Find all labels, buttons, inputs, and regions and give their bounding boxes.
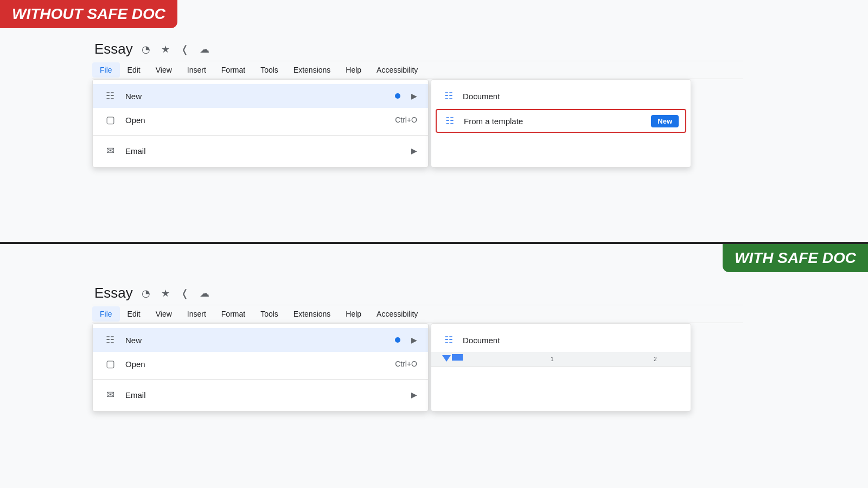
email-icon: ✉	[104, 144, 117, 157]
ruler: 1 2	[431, 352, 691, 367]
top-menu-bar: File Edit View Insert Format Tools Exten…	[92, 61, 743, 79]
bottom-dropdown-area: ☷ New ▶ ▢ Open Ctrl+O ✉ Email ▶	[92, 323, 743, 412]
top-submenu-template[interactable]: ☷ From a template New	[436, 109, 686, 133]
menu-file-top[interactable]: File	[92, 62, 120, 78]
new-arrow-2: ▶	[411, 336, 417, 344]
menu-insert-bottom[interactable]: Insert	[180, 306, 214, 322]
menu-format-bottom[interactable]: Format	[214, 306, 253, 322]
email-label: Email	[125, 146, 403, 156]
document-label: Document	[463, 92, 500, 101]
new-blue-dot-2	[395, 337, 400, 343]
bottom-doc-title: Essay	[94, 285, 133, 301]
cloud-icon-2[interactable]: ☁	[198, 287, 211, 300]
bottom-file-dropdown: ☷ New ▶ ▢ Open Ctrl+O ✉ Email ▶	[92, 323, 429, 412]
menu-file-bottom[interactable]: File	[92, 306, 120, 322]
top-file-email[interactable]: ✉ Email ▶	[93, 139, 428, 163]
star-icon-2[interactable]: ★	[159, 287, 172, 300]
menu-tools-bottom[interactable]: Tools	[253, 306, 286, 322]
menu-tools-top[interactable]: Tools	[253, 62, 286, 78]
ruler-left-triangle	[442, 355, 451, 362]
template-label: From a template	[464, 117, 523, 126]
menu-help-bottom[interactable]: Help	[338, 306, 369, 322]
open-shortcut: Ctrl+O	[395, 115, 417, 124]
top-dropdown-area: ☷ New ▶ ▢ Open Ctrl+O ✉ Email ▶	[92, 79, 743, 168]
top-docs-ui: Essay ◔ ★ ❬ ☁ File Edit View Insert Form…	[92, 41, 743, 168]
new-label: New	[125, 92, 386, 101]
bottom-divider-1	[93, 379, 428, 380]
bottom-docs-ui: Essay ◔ ★ ❬ ☁ File Edit View Insert Form…	[92, 285, 743, 412]
folder-icon-2[interactable]: ❬	[178, 287, 192, 300]
top-doc-title: Essay	[94, 41, 133, 57]
email-arrow-2: ▶	[411, 390, 417, 399]
new-badge: New	[651, 115, 679, 127]
top-title-bar: Essay ◔ ★ ❬ ☁	[92, 41, 743, 57]
top-file-new[interactable]: ☷ New ▶	[93, 84, 428, 108]
document-label-2: Document	[463, 336, 500, 345]
doc-icon-2[interactable]: ◔	[139, 287, 152, 300]
bottom-file-new[interactable]: ☷ New ▶	[93, 328, 428, 352]
ruler-tick-1: 1	[551, 356, 554, 362]
new-doc-icon-2: ☷	[104, 333, 117, 346]
new-doc-icon: ☷	[104, 89, 117, 102]
open-label-2: Open	[125, 359, 386, 369]
doc-lines-icon: ☷	[442, 89, 455, 102]
menu-format-top[interactable]: Format	[214, 62, 253, 78]
top-divider-1	[93, 135, 428, 136]
bottom-menu-bar: File Edit View Insert Format Tools Exten…	[92, 305, 743, 323]
top-section: WITHOUT SAFE DOC Essay ◔ ★ ❬ ☁ File Edit…	[0, 0, 868, 244]
bottom-new-submenu: ☷ Document 1 2	[431, 323, 691, 412]
open-folder-icon-2: ▢	[104, 357, 117, 370]
top-new-submenu: ☷ Document ☷ From a template New	[431, 79, 691, 168]
menu-accessibility-bottom[interactable]: Accessibility	[369, 306, 425, 322]
open-shortcut-2: Ctrl+O	[395, 359, 417, 368]
ruler-tick-2: 2	[654, 356, 657, 362]
email-label-2: Email	[125, 390, 403, 400]
menu-help-top[interactable]: Help	[338, 62, 369, 78]
without-safe-doc-banner: WITHOUT SAFE DOC	[0, 0, 177, 28]
top-file-open[interactable]: ▢ Open Ctrl+O	[93, 108, 428, 132]
menu-view-bottom[interactable]: View	[148, 306, 180, 322]
new-label-2: New	[125, 336, 386, 345]
menu-extensions-top[interactable]: Extensions	[286, 62, 338, 78]
menu-edit-bottom[interactable]: Edit	[120, 306, 148, 322]
menu-accessibility-top[interactable]: Accessibility	[369, 62, 425, 78]
open-label: Open	[125, 115, 386, 125]
folder-icon-1[interactable]: ❬	[178, 43, 192, 56]
menu-extensions-bottom[interactable]: Extensions	[286, 306, 338, 322]
new-arrow: ▶	[411, 92, 417, 100]
bottom-section: WITH SAFE DOC Essay ◔ ★ ❬ ☁ File Edit Vi…	[0, 244, 868, 488]
email-icon-2: ✉	[104, 388, 117, 401]
bottom-file-email[interactable]: ✉ Email ▶	[93, 383, 428, 407]
menu-insert-top[interactable]: Insert	[180, 62, 214, 78]
star-icon-1[interactable]: ★	[159, 43, 172, 56]
open-folder-icon: ▢	[104, 113, 117, 126]
bottom-title-bar: Essay ◔ ★ ❬ ☁	[92, 285, 743, 301]
template-icon: ☷	[443, 114, 456, 127]
menu-edit-top[interactable]: Edit	[120, 62, 148, 78]
new-blue-dot	[395, 93, 400, 99]
cloud-icon-1[interactable]: ☁	[198, 43, 211, 56]
with-safe-doc-banner: WITH SAFE DOC	[723, 244, 868, 272]
ruler-indent-marker	[452, 354, 463, 361]
doc-icon-1[interactable]: ◔	[139, 43, 152, 56]
doc-lines-icon-2: ☷	[442, 333, 455, 346]
bottom-submenu-document[interactable]: ☷ Document	[431, 328, 691, 352]
email-arrow: ▶	[411, 146, 417, 155]
bottom-file-open[interactable]: ▢ Open Ctrl+O	[93, 352, 428, 376]
menu-view-top[interactable]: View	[148, 62, 180, 78]
top-submenu-document[interactable]: ☷ Document	[431, 84, 691, 108]
top-file-dropdown: ☷ New ▶ ▢ Open Ctrl+O ✉ Email ▶	[92, 79, 429, 168]
